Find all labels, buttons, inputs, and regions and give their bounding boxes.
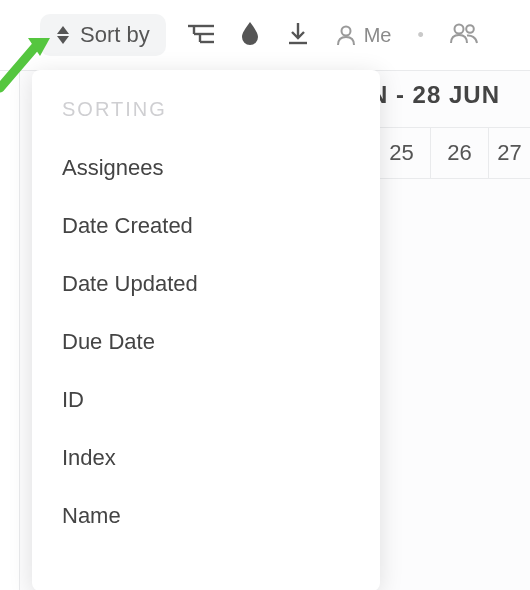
day-cell[interactable]: 27: [488, 128, 530, 178]
me-filter[interactable]: Me: [336, 24, 392, 47]
download-icon[interactable]: [286, 21, 310, 49]
separator-dot: •: [418, 25, 424, 46]
toolbar-icons: Me •: [188, 21, 478, 49]
sort-option-name[interactable]: Name: [32, 487, 380, 545]
svg-point-10: [454, 25, 463, 34]
svg-marker-1: [57, 36, 69, 44]
days-row: 25 26 27: [372, 127, 530, 179]
me-label: Me: [364, 24, 392, 47]
sort-menu-heading: SORTING: [32, 92, 380, 139]
sort-option-date-updated[interactable]: Date Updated: [32, 255, 380, 313]
sort-option-assignees[interactable]: Assignees: [32, 139, 380, 197]
sort-caret-icon: [56, 26, 70, 44]
group-icon[interactable]: [188, 22, 214, 48]
svg-marker-0: [57, 26, 69, 34]
sort-option-id[interactable]: ID: [32, 371, 380, 429]
svg-point-9: [341, 27, 350, 36]
svg-point-11: [466, 25, 474, 33]
sort-by-label: Sort by: [80, 22, 150, 48]
sort-option-due-date[interactable]: Due Date: [32, 313, 380, 371]
toolbar: Sort by Me: [0, 0, 530, 64]
sort-by-button[interactable]: Sort by: [40, 14, 166, 56]
sort-option-index[interactable]: Index: [32, 429, 380, 487]
sort-option-date-created[interactable]: Date Created: [32, 197, 380, 255]
drop-icon[interactable]: [240, 21, 260, 49]
left-gutter: [0, 71, 20, 590]
day-cell[interactable]: 26: [430, 128, 488, 178]
day-cell[interactable]: 25: [372, 128, 430, 178]
sort-menu: SORTING Assignees Date Created Date Upda…: [32, 70, 380, 590]
people-icon[interactable]: [450, 22, 478, 48]
